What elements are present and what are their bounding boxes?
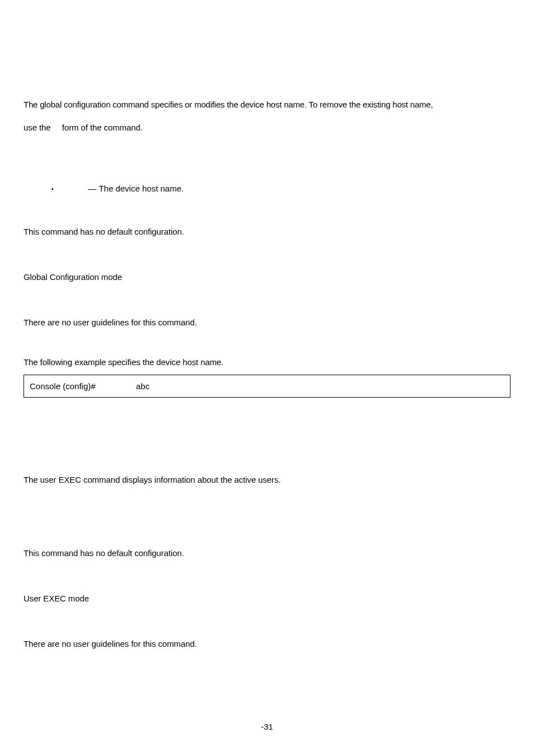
command-mode-1: Global Configuration mode bbox=[24, 271, 510, 283]
text-span: use the bbox=[24, 123, 51, 132]
parameter-desc: — The device host name. bbox=[86, 184, 184, 193]
default-config-2: This command has no default configuratio… bbox=[24, 547, 510, 559]
console-prompt: Console (config)# bbox=[30, 382, 136, 390]
console-arg: abc bbox=[136, 381, 149, 391]
hostname-desc-line1: The global configuration command specifi… bbox=[24, 99, 510, 110]
hostname-desc-line2: use the form of the command. bbox=[24, 122, 510, 133]
command-mode-2: User EXEC mode bbox=[24, 592, 510, 604]
showusers-desc: The user EXEC command displays informati… bbox=[24, 474, 510, 486]
parameter-item-name: — The device host name. bbox=[51, 183, 510, 194]
page-content: The global configuration command specifi… bbox=[0, 0, 534, 650]
example-intro-1: The following example specifies the devi… bbox=[24, 356, 510, 368]
user-guidelines-2: There are no user guidelines for this co… bbox=[24, 638, 510, 650]
page-number: -31 bbox=[261, 722, 273, 731]
page-footer: -31 bbox=[0, 722, 534, 731]
default-config-1: This command has no default configuratio… bbox=[24, 226, 510, 237]
user-guidelines-1: There are no user guidelines for this co… bbox=[24, 316, 510, 328]
text-span: form of the command. bbox=[62, 123, 143, 132]
example-code-box: Console (config)#abc bbox=[24, 375, 510, 398]
parameter-list: — The device host name. bbox=[24, 183, 510, 194]
